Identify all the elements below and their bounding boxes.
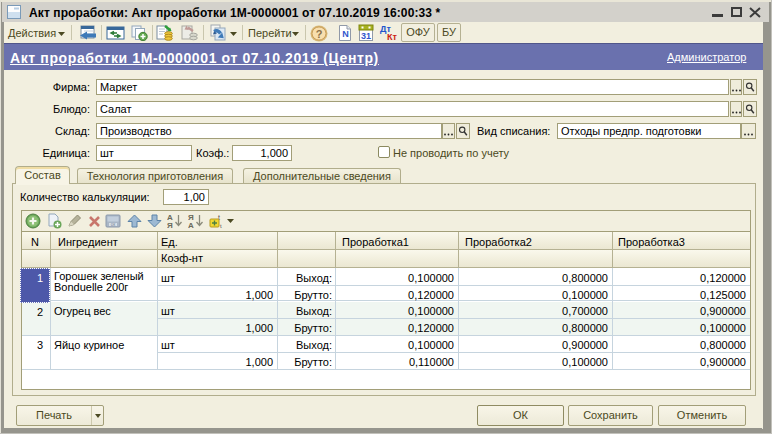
svg-text:31: 31 [361,31,371,41]
svg-text:?: ? [316,28,323,40]
svg-text:N: N [342,29,349,39]
